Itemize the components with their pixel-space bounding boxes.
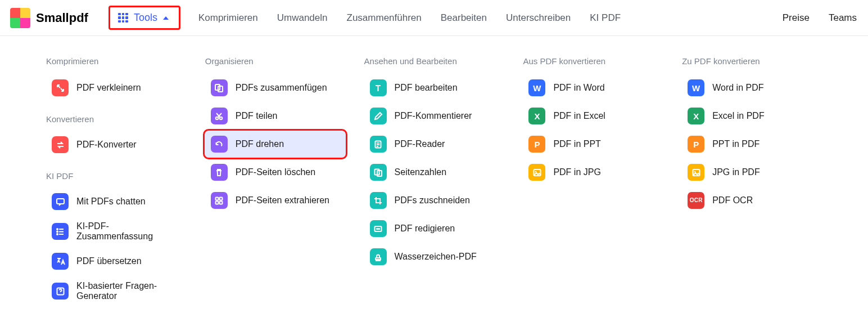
pen-icon xyxy=(370,108,387,124)
list-icon xyxy=(52,223,69,240)
tool-split-pdf[interactable]: PDF teilen xyxy=(204,102,346,130)
tool-pdf-to-excel[interactable]: XPDF in Excel xyxy=(522,102,664,130)
column-heading: Aus PDF konvertieren xyxy=(522,56,664,66)
doc-icon xyxy=(370,136,387,153)
tool-pdf-ocr[interactable]: OCRPDF OCR xyxy=(681,186,823,215)
tool-redact-pdf[interactable]: PDF redigieren xyxy=(363,215,505,243)
tool-label: PDF in PPT xyxy=(553,139,600,149)
tool-label: Wasserzeichen-PDF xyxy=(395,252,477,262)
tool-pdf-to-ppt[interactable]: PPDF in PPT xyxy=(522,130,664,158)
text-icon xyxy=(370,79,387,96)
tool-label: Seitenzahlen xyxy=(395,167,447,177)
tool-label: PDF teilen xyxy=(236,111,278,121)
column-subheading: KI PDF xyxy=(45,171,187,181)
tool-label: PDF-Reader xyxy=(395,139,445,149)
tool-label: PDF-Konverter xyxy=(76,140,137,150)
tool-label: PPT in PDF xyxy=(712,139,760,149)
x-glyph-icon: X xyxy=(528,108,545,124)
tool-label: Excel in PDF xyxy=(712,111,764,121)
x-glyph-icon: X xyxy=(688,108,704,124)
tool-excel-to-pdf[interactable]: XExcel in PDF xyxy=(681,102,823,130)
tool-label: PDF-Kommentierer xyxy=(395,111,472,121)
tool-label: PDF in JPG xyxy=(553,167,600,177)
tool-label: KI-basierter Fragen-Generator xyxy=(76,281,180,301)
nav-ai-pdf[interactable]: KI PDF xyxy=(589,9,622,27)
translate-icon xyxy=(52,253,69,270)
tool-edit-pdf[interactable]: PDF bearbeiten xyxy=(363,74,505,102)
tool-label: PDF übersetzen xyxy=(76,256,142,266)
tool-ppt-to-pdf[interactable]: PPPT in PDF xyxy=(681,130,823,158)
nav-edit[interactable]: Bearbeiten xyxy=(440,9,488,27)
redact-icon xyxy=(370,220,387,237)
mega-column: Aus PDF konvertierenWPDF in WordXPDF in … xyxy=(522,56,664,307)
tool-label: Mit PDFs chatten xyxy=(76,197,146,207)
tool-watermark-pdf[interactable]: Wasserzeichen-PDF xyxy=(363,243,505,271)
tool-label: PDF OCR xyxy=(712,195,753,206)
tools-label: Tools xyxy=(134,12,157,24)
tool-rotate-pdf[interactable]: PDF drehen xyxy=(204,130,346,158)
nav-sign[interactable]: Unterschreiben xyxy=(505,9,572,27)
column-heading: Organisieren xyxy=(204,56,346,66)
tool-pdf-to-word[interactable]: WPDF in Word xyxy=(522,74,664,102)
tool-label: PDF redigieren xyxy=(395,224,455,234)
tool-merge-pdf[interactable]: PDFs zusammenfügen xyxy=(204,74,346,102)
tool-crop-pdf[interactable]: PDFs zuschneiden xyxy=(363,186,505,215)
ocr-glyph-icon: OCR xyxy=(688,192,704,209)
app-header: Smallpdf Tools Komprimieren Umwandeln Zu… xyxy=(0,0,868,36)
column-heading: Ansehen und Bearbeiten xyxy=(363,56,505,66)
trash-icon xyxy=(211,164,228,181)
question-icon xyxy=(52,283,69,300)
tool-label: PDF verkleinern xyxy=(76,83,141,93)
nav-right: Preise Teams xyxy=(781,9,858,27)
tool-label: Word in PDF xyxy=(712,83,763,93)
column-heading: Zu PDF konvertieren xyxy=(681,56,823,66)
caret-up-icon xyxy=(163,16,169,20)
chat-icon xyxy=(52,193,69,210)
crop-icon xyxy=(370,192,387,209)
tool-compress-pdf[interactable]: PDF verkleinern xyxy=(45,74,187,102)
tool-label: PDF-Seiten löschen xyxy=(236,167,315,177)
logo-mark-icon xyxy=(10,8,30,28)
cut-icon xyxy=(211,108,228,124)
tool-page-numbers[interactable]: Seitenzahlen xyxy=(363,158,505,186)
tool-pdf-to-jpg[interactable]: PDF in JPG xyxy=(522,158,664,186)
nav-merge[interactable]: Zusammenführen xyxy=(346,9,423,27)
tool-translate-pdf[interactable]: PDF übersetzen xyxy=(45,247,187,275)
tool-delete-pages[interactable]: PDF-Seiten löschen xyxy=(204,158,346,186)
image-icon xyxy=(688,164,704,181)
tool-label: PDF in Word xyxy=(553,83,604,93)
tool-extract-pages[interactable]: PDF-Seiten extrahieren xyxy=(204,186,346,215)
grid-icon xyxy=(211,192,228,209)
stamp-icon xyxy=(370,248,387,265)
apps-grid-icon xyxy=(118,13,128,23)
tool-label: PDFs zuschneiden xyxy=(395,195,470,206)
brand-logo[interactable]: Smallpdf xyxy=(10,8,88,28)
nav-convert[interactable]: Umwandeln xyxy=(276,9,329,27)
tool-word-to-pdf[interactable]: WWord in PDF xyxy=(681,74,823,102)
tool-label: PDF-Seiten extrahieren xyxy=(236,195,329,206)
column-subheading: Konvertieren xyxy=(45,114,187,124)
nav-compress[interactable]: Komprimieren xyxy=(197,9,259,27)
tools-dropdown-button[interactable]: Tools xyxy=(108,6,180,30)
compress-icon xyxy=(52,79,69,96)
image-icon xyxy=(528,164,545,181)
mega-column: Ansehen und BearbeitenPDF bearbeitenPDF-… xyxy=(363,56,505,307)
tool-label: KI-PDF-Zusammenfassung xyxy=(76,221,180,242)
w-glyph-icon: W xyxy=(528,79,545,96)
pagenum-icon xyxy=(370,164,387,181)
tool-pdf-converter[interactable]: PDF-Konverter xyxy=(45,131,187,159)
mega-column: Zu PDF konvertierenWWord in PDFXExcel in… xyxy=(681,56,823,307)
p-glyph-icon: P xyxy=(528,136,545,153)
tool-jpg-to-pdf[interactable]: JPG in PDF xyxy=(681,158,823,186)
swap-icon xyxy=(52,136,69,153)
tool-pdf-reader[interactable]: PDF-Reader xyxy=(363,130,505,158)
tool-ai-summary[interactable]: KI-PDF-Zusammenfassung xyxy=(45,216,187,247)
tools-mega-menu: KomprimierenPDF verkleinernKonvertierenP… xyxy=(0,36,868,326)
nav-teams[interactable]: Teams xyxy=(828,9,858,27)
tool-ai-questions[interactable]: KI-basierter Fragen-Generator xyxy=(45,275,187,307)
main-nav: Tools Komprimieren Umwandeln Zusammenfüh… xyxy=(108,6,622,30)
tool-label: PDF bearbeiten xyxy=(395,83,458,93)
nav-pricing[interactable]: Preise xyxy=(781,9,811,27)
tool-annotate-pdf[interactable]: PDF-Kommentierer xyxy=(363,102,505,130)
tool-chat-pdf[interactable]: Mit PDFs chatten xyxy=(45,187,187,216)
